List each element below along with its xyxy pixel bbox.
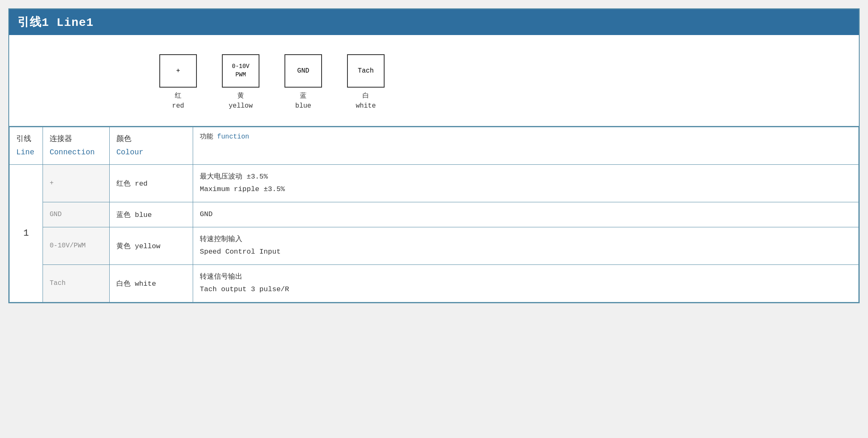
- func-red-en: Maximum ripple ±3.5%: [200, 183, 852, 196]
- connector-item-gnd: GND 蓝 blue: [284, 54, 322, 111]
- header-colour-en: Colour: [116, 146, 186, 159]
- header-function-zh: 功能: [200, 133, 213, 141]
- connector-label-pwm: 黄 yellow: [229, 91, 253, 111]
- connector-box-tach: Tach: [347, 54, 385, 88]
- header-connection-zh: 连接器: [50, 132, 103, 146]
- func-gnd-zh: GND: [200, 208, 852, 221]
- func-red-zh: 最大电压波动 ±3.5%: [200, 171, 852, 184]
- header-colour-zh: 颜色: [116, 132, 186, 146]
- table-row-4: Tach 白色 white 转速信号输出 Tach output 3 pulse…: [10, 264, 859, 302]
- header-line-zh: 引线: [16, 132, 36, 146]
- connector-box-plus: +: [159, 54, 197, 88]
- table-row-1: 1 + 红色 red 最大电压波动 ±3.5% Maximum ripple ±…: [10, 164, 859, 202]
- header-colour: 颜色 Colour: [110, 127, 193, 165]
- connector-box-pwm: 0-10VPWM: [222, 54, 259, 88]
- table-row-2: GND 蓝色 blue GND: [10, 202, 859, 227]
- colour-yellow: 黄色 yellow: [110, 227, 193, 264]
- header-function: 功能 function: [193, 127, 859, 165]
- connector-symbol-tach: Tach: [358, 67, 374, 75]
- main-table: 引线 Line 连接器 Connection 颜色 Colour 功能 func…: [9, 127, 859, 302]
- header-line: 引线 Line: [10, 127, 43, 165]
- connector-symbol-plus: +: [176, 67, 180, 75]
- connector-item-tach: Tach 白 white: [347, 54, 385, 111]
- function-gnd: GND: [193, 202, 859, 227]
- header-connection: 连接器 Connection: [43, 127, 110, 165]
- connector-item-pwm: 0-10VPWM 黄 yellow: [222, 54, 259, 111]
- colour-red: 红色 red: [110, 164, 193, 202]
- func-pwm-zh: 转速控制输入: [200, 233, 852, 246]
- connection-pwm: 0-10V/PWM: [43, 227, 110, 264]
- connector-symbol-pwm: 0-10VPWM: [232, 63, 249, 79]
- header-line-en: Line: [16, 146, 36, 159]
- table-row-3: 0-10V/PWM 黄色 yellow 转速控制输入 Speed Control…: [10, 227, 859, 264]
- connector-box-gnd: GND: [284, 54, 322, 88]
- header-function-en: function: [217, 133, 249, 141]
- connection-plus: +: [43, 164, 110, 202]
- function-tach: 转速信号输出 Tach output 3 pulse/R: [193, 264, 859, 302]
- func-pwm-en: Speed Control Input: [200, 246, 852, 259]
- connection-tach: Tach: [43, 264, 110, 302]
- colour-blue: 蓝色 blue: [110, 202, 193, 227]
- page-title: 引线1 Line1: [18, 16, 94, 29]
- function-red: 最大电压波动 ±3.5% Maximum ripple ±3.5%: [193, 164, 859, 202]
- func-tach-zh: 转速信号输出: [200, 271, 852, 284]
- connector-en-pwm: yellow: [229, 102, 253, 110]
- table-header-row: 引线 Line 连接器 Connection 颜色 Colour 功能 func…: [10, 127, 859, 165]
- connector-en-gnd: blue: [295, 102, 311, 110]
- title-bar: 引线1 Line1: [9, 9, 859, 35]
- connector-en-tach: white: [356, 102, 376, 110]
- connection-gnd: GND: [43, 202, 110, 227]
- connector-label-tach: 白 white: [356, 91, 376, 111]
- connector-label-gnd: 蓝 blue: [295, 91, 311, 111]
- colour-white: 白色 white: [110, 264, 193, 302]
- connector-zh-plus: 红: [175, 92, 181, 100]
- func-tach-en: Tach output 3 pulse/R: [200, 283, 852, 296]
- header-connection-en: Connection: [50, 146, 103, 159]
- function-pwm: 转速控制输入 Speed Control Input: [193, 227, 859, 264]
- connectors-row: + 红 red 0-10VPWM 黄 yellow: [159, 54, 385, 111]
- connector-item-plus: + 红 red: [159, 54, 197, 111]
- table-section: 引线 Line 连接器 Connection 颜色 Colour 功能 func…: [9, 127, 859, 302]
- diagram-section: + 红 red 0-10VPWM 黄 yellow: [9, 35, 859, 127]
- connector-zh-gnd: 蓝: [300, 92, 307, 100]
- connector-en-plus: red: [172, 102, 184, 110]
- connector-label-plus: 红 red: [172, 91, 184, 111]
- connector-symbol-gnd: GND: [297, 67, 309, 75]
- main-container: 引线1 Line1 + 红 red 0-10VPWM 黄: [8, 8, 860, 303]
- line-number-1: 1: [10, 164, 43, 302]
- connector-zh-pwm: 黄: [237, 92, 244, 100]
- connector-zh-tach: 白: [362, 92, 369, 100]
